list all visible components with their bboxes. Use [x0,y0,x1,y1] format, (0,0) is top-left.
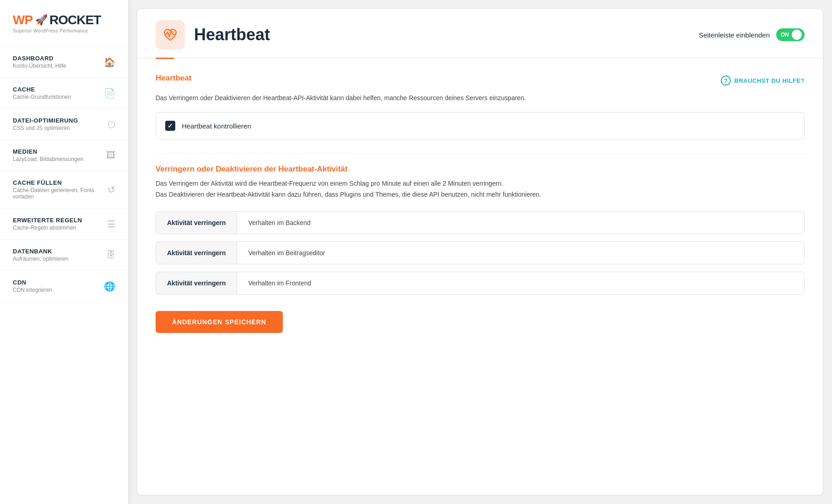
page-title: Heartbeat [194,25,270,44]
rules-icon: ☰ [107,219,115,230]
sidebar-toggle[interactable]: ON [776,28,805,41]
toggle-on-label: ON [781,32,789,38]
sidebar-item-datei-optimierung[interactable]: DATEI-OPTIMIERUNG CSS und JS optimieren … [0,109,128,140]
nav-sub-medien: LazyLoad, Bildabmessungen [13,156,83,162]
save-button[interactable]: ÄNDERUNGEN SPEICHERN [156,311,283,333]
layers-icon: ⬡ [108,119,115,130]
nav-title-dashboard: DASHBOARD [13,55,66,62]
section2-desc-line2: Das Deaktivieren der Heartbeat-Aktivität… [156,191,541,198]
rocket-icon: 🚀 [35,14,48,26]
header-left: Heartbeat [156,20,270,49]
activity-btn-frontend[interactable]: Aktivität verringern [156,272,237,294]
checkmark-icon: ✓ [167,122,173,129]
activity-label-editor: Verhalten im Beitragseditor [237,242,336,264]
nav-sub-datenbank: Aufräumen, optimieren [13,256,68,262]
cache-icon: 📄 [104,88,115,99]
logo-tagline: Superior WordPress Performance [13,28,115,33]
nav-title-cache: CACHE [13,86,71,93]
sidebar-item-erweiterte-regeln[interactable]: ERWEITERTE REGELN Cache-Regeln abstimmen… [0,209,128,240]
activity-label-backend: Verhalten im Backend [237,212,321,234]
page-header: Heartbeat Seitenleiste einblenden ON [137,9,823,59]
heartbeat-icon [162,27,178,43]
nav-title-cache-fuellen: CACHE FÜLLEN [13,179,108,186]
activity-btn-editor[interactable]: Aktivität verringern [156,242,237,264]
svg-text:?: ? [724,77,727,84]
help-circle-icon: ? [721,75,731,86]
logo-wp: WP [13,13,32,27]
nav-title-datei: DATEI-OPTIMIERUNG [13,117,78,124]
sidebar-toggle-label: Seitenleiste einblenden [699,31,770,39]
sidebar-item-cdn[interactable]: CDN CDN integrieren 🌐 [0,271,128,302]
logo-area: WP 🚀 ROCKET Superior WordPress Performan… [0,0,128,47]
image-icon: 🖼 [106,150,115,161]
section2: Verringern oder Deaktivieren der Heartbe… [156,165,805,295]
activity-row-editor: Aktivität verringern Verhalten im Beitra… [156,241,805,264]
sidebar-item-dashboard[interactable]: DASHBOARD Konto-Übersicht, Hilfe 🏠 [0,47,128,78]
activity-btn-backend[interactable]: Aktivität verringern [156,212,237,234]
nav-sub-dashboard: Konto-Übersicht, Hilfe [13,63,66,69]
nav-title-medien: MEDIEN [13,148,83,155]
section2-title: Verringern oder Deaktivieren der Heartbe… [156,165,805,174]
activity-row-backend: Aktivität verringern Verhalten im Backen… [156,211,805,234]
refresh-icon: ↺ [108,184,115,195]
nav-sub-erweiterte: Cache-Regeln abstimmen [13,225,82,231]
nav-sub-cache: Cache-Grundfunktionen [13,94,71,100]
section-divider [156,153,805,154]
header-right: Seitenleiste einblenden ON [699,28,805,41]
sidebar-item-datenbank[interactable]: DATENBANK Aufräumen, optimieren 🗄 [0,240,128,271]
toggle-circle [792,30,802,40]
section2-description: Das Verringern der Aktivität wird die He… [156,178,805,200]
nav-title-cdn: CDN [13,279,52,286]
home-icon: 🏠 [104,57,115,68]
logo-rocket: ROCKET [49,13,101,27]
heartbeat-checkbox-row: ✓ Heartbeat kontrollieren [156,112,805,139]
nav-title-erweiterte: ERWEITERTE REGELN [13,217,82,224]
content-area: Heartbeat ? BRAUCHST DU HILFE? Das Verri… [137,59,823,348]
activity-label-frontend: Verhalten im Frontend [237,272,322,294]
globe-icon: 🌐 [104,281,115,292]
sidebar-item-medien[interactable]: MEDIEN LazyLoad, Bildabmessungen 🖼 [0,140,128,171]
heartbeat-checkbox-label: Heartbeat kontrollieren [182,122,251,130]
sidebar: WP 🚀 ROCKET Superior WordPress Performan… [0,0,128,504]
nav-title-datenbank: DATENBANK [13,248,68,255]
section1-title: Heartbeat [156,74,191,83]
help-link[interactable]: ? BRAUCHST DU HILFE? [721,75,805,86]
section1-header: Heartbeat ? BRAUCHST DU HILFE? [156,74,805,87]
sidebar-item-cache[interactable]: CACHE Cache-Grundfunktionen 📄 [0,78,128,109]
nav-sub-cdn: CDN integrieren [13,287,52,293]
nav-sub-cache-fuellen: Cache-Dateien generieren, Fonts vorladen [13,187,108,200]
nav-sub-datei: CSS und JS optimieren [13,125,78,131]
main-content: Heartbeat Seitenleiste einblenden ON Hea… [137,9,823,495]
section2-desc-line1: Das Verringern der Aktivität wird die He… [156,180,503,187]
heartbeat-checkbox[interactable]: ✓ [165,121,175,131]
help-label: BRAUCHST DU HILFE? [735,77,805,84]
sidebar-item-cache-fuellen[interactable]: CACHE FÜLLEN Cache-Dateien generieren, F… [0,171,128,209]
database-icon: 🗄 [106,250,115,260]
activity-row-frontend: Aktivität verringern Verhalten im Fronte… [156,272,805,295]
page-icon-box [156,20,185,49]
section1-description: Das Verringern oder Deaktivieren der Hea… [156,93,805,103]
